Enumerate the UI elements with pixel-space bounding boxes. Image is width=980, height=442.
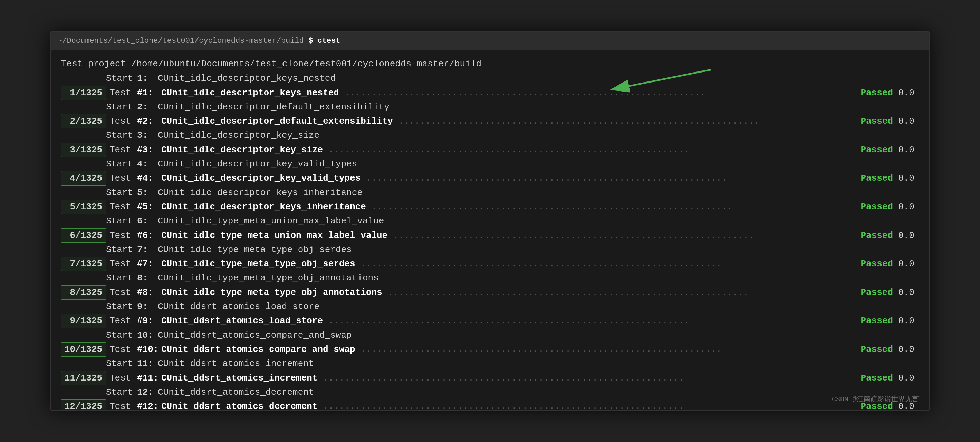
start-label: Start xyxy=(106,271,137,285)
test-name-area: CUnit_ddsrt_atomics_compare_and_swap ...… xyxy=(161,343,848,356)
test-name-area: CUnit_ddsrt_atomics_load_store .........… xyxy=(161,314,848,328)
test-dots: ........................................… xyxy=(366,173,727,183)
start-name: CUnit_ddsrt_atomics_increment xyxy=(158,357,314,370)
time-label: 0.0 xyxy=(898,114,919,128)
time-label: 0.0 xyxy=(898,286,919,299)
start-name: CUnit_idlc_type_meta_type_obj_serdes xyxy=(158,243,352,257)
table-row: 6/1325 Test #6: CUnit_idlc_type_meta_uni… xyxy=(61,228,919,243)
start-num: 4: xyxy=(137,157,158,171)
test-counter: 10/1325 xyxy=(61,342,106,357)
start-label: Start xyxy=(106,100,137,114)
start-name: CUnit_idlc_descriptor_key_size xyxy=(158,129,320,142)
test-counter: 12/1325 xyxy=(61,399,106,410)
test-num: #1: xyxy=(137,86,161,100)
test-name: CUnit_idlc_descriptor_default_extensibil… xyxy=(161,116,393,126)
table-row: Start 1: CUnit_idlc_descriptor_keys_nest… xyxy=(61,72,919,85)
test-name: CUnit_ddsrt_atomics_compare_and_swap xyxy=(161,344,355,355)
table-row: 5/1325 Test #5: CUnit_idlc_descriptor_ke… xyxy=(61,200,919,214)
test-dots: ........................................… xyxy=(361,259,721,269)
test-counter: 4/1325 xyxy=(61,171,106,185)
start-name: CUnit_ddsrt_atomics_decrement xyxy=(158,385,314,399)
test-type: Test xyxy=(106,286,137,299)
start-name: CUnit_ddsrt_atomics_load_store xyxy=(158,300,320,313)
start-name: CUnit_idlc_descriptor_keys_nested xyxy=(158,72,336,85)
start-label: Start xyxy=(106,214,137,228)
title-bar-text: ~/Documents/test_clone/test001/cyclonedd… xyxy=(58,37,340,45)
start-num: 2: xyxy=(137,100,158,114)
table-row: Start 4: CUnit_idlc_descriptor_key_valid… xyxy=(61,157,919,171)
time-label: 0.0 xyxy=(898,257,919,271)
test-dots: ........................................… xyxy=(393,231,754,241)
test-name-area: CUnit_idlc_descriptor_default_extensibil… xyxy=(161,114,848,128)
test-dots: ........................................… xyxy=(328,145,689,155)
start-num: 6: xyxy=(137,214,158,228)
table-row: 11/1325 Test #11: CUnit_ddsrt_atomics_in… xyxy=(61,371,919,385)
table-row: Start 3: CUnit_idlc_descriptor_key_size xyxy=(61,129,919,142)
test-name: CUnit_ddsrt_atomics_increment xyxy=(161,373,317,383)
start-label: Start xyxy=(106,357,137,370)
test-num: #9: xyxy=(137,314,161,328)
test-name: CUnit_idlc_descriptor_keys_inheritance xyxy=(161,202,366,212)
test-name-area: CUnit_idlc_type_meta_union_max_label_val… xyxy=(161,229,848,242)
start-label: Start xyxy=(106,129,137,142)
test-type: Test xyxy=(106,399,137,410)
test-name: CUnit_idlc_descriptor_key_size xyxy=(161,145,323,155)
passed-label: Passed xyxy=(848,343,893,356)
test-num: #12: xyxy=(137,399,161,410)
test-num: #2: xyxy=(137,114,161,128)
project-line: Test project /home/ubuntu/Documents/test… xyxy=(61,57,919,71)
start-name: CUnit_idlc_type_meta_union_max_label_val… xyxy=(158,214,384,228)
test-name: CUnit_idlc_type_meta_type_obj_annotation… xyxy=(161,287,382,298)
passed-label: Passed xyxy=(848,143,893,157)
start-label: Start xyxy=(106,243,137,257)
test-name-area: CUnit_idlc_descriptor_keys_inheritance .… xyxy=(161,200,848,214)
start-num: 3: xyxy=(137,129,158,142)
test-num: #4: xyxy=(137,171,161,185)
test-type: Test xyxy=(106,114,137,128)
test-num: #5: xyxy=(137,200,161,214)
rows-container: Start 1: CUnit_idlc_descriptor_keys_nest… xyxy=(61,72,919,410)
start-label: Start xyxy=(106,157,137,171)
table-row: 4/1325 Test #4: CUnit_idlc_descriptor_ke… xyxy=(61,171,919,185)
test-name-area: CUnit_ddsrt_atomics_increment ..........… xyxy=(161,371,848,385)
table-row: Start 5: CUnit_idlc_descriptor_keys_inhe… xyxy=(61,186,919,200)
start-name: CUnit_ddsrt_atomics_compare_and_swap xyxy=(158,328,352,342)
start-name: CUnit_idlc_type_meta_type_obj_annotation… xyxy=(158,271,379,285)
test-dots: ........................................… xyxy=(398,116,759,126)
start-label: Start xyxy=(106,328,137,342)
table-row: 8/1325 Test #8: CUnit_idlc_type_meta_typ… xyxy=(61,285,919,300)
watermark: CSDN @江南疏影说世界无言 xyxy=(832,394,919,404)
table-row: 2/1325 Test #2: CUnit_idlc_descriptor_de… xyxy=(61,114,919,129)
test-dots: ........................................… xyxy=(361,344,721,355)
start-label: Start xyxy=(106,72,137,85)
test-type: Test xyxy=(106,171,137,185)
table-row: 9/1325 Test #9: CUnit_ddsrt_atomics_load… xyxy=(61,313,919,328)
test-num: #11: xyxy=(137,371,161,385)
test-type: Test xyxy=(106,86,137,100)
table-row: Start 7: CUnit_idlc_type_meta_type_obj_s… xyxy=(61,243,919,257)
table-row: 7/1325 Test #7: CUnit_idlc_type_meta_typ… xyxy=(61,257,919,271)
test-name: CUnit_ddsrt_atomics_decrement xyxy=(161,401,317,410)
test-counter: 1/1325 xyxy=(61,86,106,100)
test-type: Test xyxy=(106,343,137,356)
table-row: Start 11: CUnit_ddsrt_atomics_increment xyxy=(61,357,919,370)
time-label: 0.0 xyxy=(898,171,919,185)
passed-label: Passed xyxy=(848,257,893,271)
test-name-area: CUnit_idlc_descriptor_keys_nested ......… xyxy=(161,86,848,100)
title-bar-path: ~/Documents/test_clone/test001/cyclonedd… xyxy=(58,37,304,45)
table-row: 12/1325 Test #12: CUnit_ddsrt_atomics_de… xyxy=(61,399,919,410)
test-name-area: CUnit_idlc_type_meta_type_obj_annotation… xyxy=(161,286,848,299)
test-dots: ........................................… xyxy=(323,401,684,410)
test-num: #7: xyxy=(137,257,161,271)
passed-label: Passed xyxy=(848,114,893,128)
test-counter: 9/1325 xyxy=(61,313,106,328)
start-num: 8: xyxy=(137,271,158,285)
monitor-area: ~/Documents/test_clone/test001/cyclonedd… xyxy=(0,0,980,442)
table-row: Start 2: CUnit_idlc_descriptor_default_e… xyxy=(61,100,919,114)
table-row: 10/1325 Test #10: CUnit_ddsrt_atomics_co… xyxy=(61,342,919,357)
table-row: Start 10: CUnit_ddsrt_atomics_compare_an… xyxy=(61,328,919,342)
passed-label: Passed xyxy=(848,314,893,328)
time-label: 0.0 xyxy=(898,371,919,385)
test-type: Test xyxy=(106,200,137,214)
test-name: CUnit_idlc_type_meta_union_max_label_val… xyxy=(161,231,387,241)
